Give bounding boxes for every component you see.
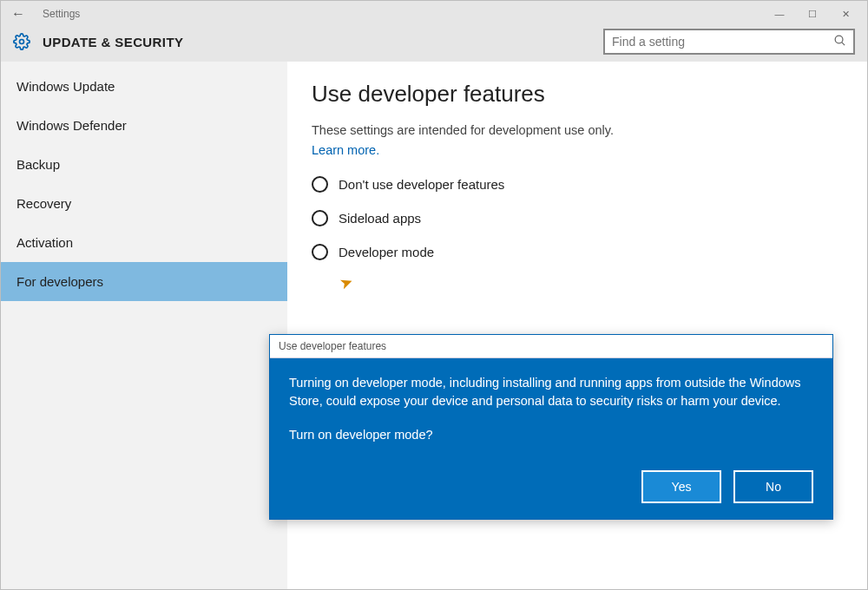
minimize-button[interactable]: —: [763, 3, 796, 25]
radio-icon: [312, 244, 328, 260]
sidebar-item-label: For developers: [16, 274, 103, 289]
sidebar-item-activation[interactable]: Activation: [1, 223, 287, 262]
maximize-button[interactable]: ☐: [796, 3, 829, 25]
search-input[interactable]: [612, 35, 833, 49]
sidebar-item-for-developers[interactable]: For developers: [1, 262, 287, 301]
dialog-question: Turn on developer mode?: [289, 426, 813, 444]
radio-sideload[interactable]: Sideload apps: [312, 210, 843, 226]
sidebar-item-label: Windows Defender: [16, 118, 127, 133]
search-box[interactable]: [603, 29, 855, 55]
radio-icon: [312, 176, 328, 193]
yes-button[interactable]: Yes: [641, 470, 721, 503]
radio-label: Don't use developer features: [339, 177, 504, 192]
titlebar: ← Settings — ☐ ✕: [1, 1, 867, 27]
confirm-dialog: Use developer features Turning on develo…: [269, 334, 833, 520]
developer-features-radio-group: Don't use developer features Sideload ap…: [312, 176, 843, 260]
svg-line-2: [842, 43, 845, 45]
content-heading: Use developer features: [312, 81, 843, 108]
header: UPDATE & SECURITY: [1, 27, 867, 62]
radio-dont-use[interactable]: Don't use developer features: [312, 176, 843, 193]
dialog-body: Turning on developer mode, including ins…: [270, 358, 832, 519]
app-title: Settings: [43, 8, 80, 20]
sidebar-item-windows-update[interactable]: Windows Update: [1, 67, 287, 106]
cursor-icon: ➤: [337, 272, 356, 294]
close-button[interactable]: ✕: [829, 3, 862, 25]
radio-label: Developer mode: [339, 245, 434, 259]
no-button[interactable]: No: [733, 470, 813, 503]
radio-developer-mode[interactable]: Developer mode: [312, 244, 843, 260]
svg-point-0: [20, 40, 24, 44]
sidebar-item-label: Backup: [16, 157, 60, 172]
page-title: UPDATE & SECURITY: [43, 35, 183, 49]
svg-point-1: [835, 36, 843, 43]
back-button[interactable]: ←: [6, 4, 30, 23]
gear-icon: [13, 33, 30, 50]
search-icon: [833, 34, 846, 49]
sidebar-item-label: Activation: [16, 235, 73, 250]
sidebar: Windows Update Windows Defender Backup R…: [1, 62, 287, 589]
sidebar-item-windows-defender[interactable]: Windows Defender: [1, 106, 287, 145]
dialog-buttons: Yes No: [289, 470, 813, 503]
dialog-message: Turning on developer mode, including ins…: [289, 374, 813, 410]
radio-label: Sideload apps: [339, 211, 421, 226]
sidebar-item-recovery[interactable]: Recovery: [1, 184, 287, 223]
sidebar-item-backup[interactable]: Backup: [1, 145, 287, 184]
sidebar-item-label: Windows Update: [16, 79, 115, 94]
dialog-title: Use developer features: [270, 335, 832, 358]
learn-more-link[interactable]: Learn more.: [312, 143, 379, 157]
sidebar-item-label: Recovery: [16, 196, 71, 211]
content-description: These settings are intended for developm…: [312, 123, 843, 137]
radio-icon: [312, 210, 328, 226]
caption-buttons: — ☐ ✕: [763, 3, 862, 25]
settings-window: ← Settings — ☐ ✕ UPDATE & SECURITY Windo…: [0, 0, 868, 590]
titlebar-left: ← Settings: [6, 4, 80, 23]
